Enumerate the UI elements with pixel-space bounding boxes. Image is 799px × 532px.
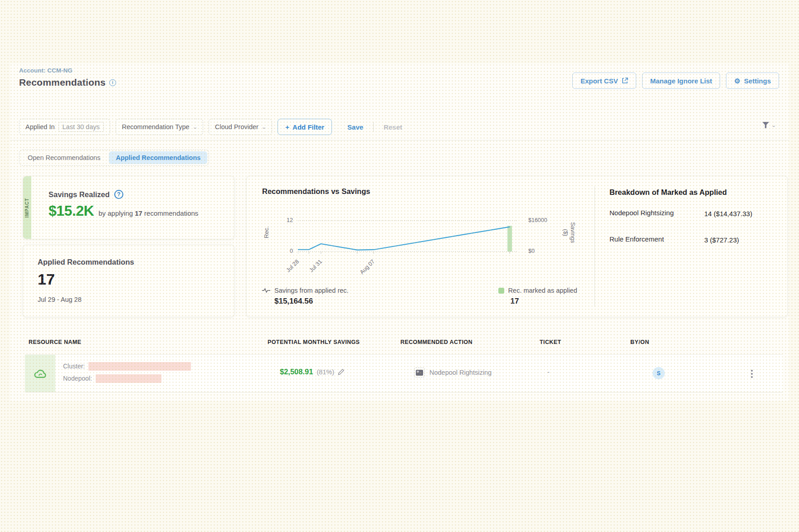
filter-cloud-provider[interactable]: Cloud Provider ⌄ — [209, 119, 272, 135]
action-label: Nodepool Rightsizing — [429, 369, 492, 376]
y-right-max-tick: $16000 — [528, 217, 547, 223]
savings-realized-title: Savings Realized — [49, 190, 110, 199]
page-title: Recommendations — [19, 77, 106, 88]
row-menu-button[interactable] — [747, 367, 757, 381]
cloud-icon — [34, 368, 47, 379]
legend-savings-value: $15,164.56 — [274, 297, 349, 306]
y-left-min-tick: 0 — [278, 248, 293, 254]
export-csv-label: Export CSV — [580, 77, 618, 85]
filter-panel-toggle[interactable]: ⌄ — [762, 121, 775, 129]
settings-label: Settings — [744, 77, 771, 85]
plus-icon: + — [285, 123, 289, 131]
edit-pencil-icon[interactable] — [338, 368, 345, 375]
cluster-label: Cluster: — [63, 363, 85, 370]
gear-icon: ⚙ — [734, 77, 740, 84]
vertical-divider — [594, 186, 595, 307]
potential-savings-cell: $2,508.91 (81%) — [280, 368, 345, 376]
y-left-axis-label: Rec. — [263, 226, 270, 238]
applied-in-value: Last 30 days — [58, 122, 104, 132]
legend-savings-label: Savings from applied rec. — [274, 287, 349, 294]
filter-recommendation-type[interactable]: Recommendation Type ⌄ — [116, 119, 203, 135]
divider — [373, 122, 374, 132]
recommendations-page: Account: CCM-NG Recommendations i Export… — [10, 63, 789, 401]
column-header-potential-monthly-savings: POTENTIAL MONTHLY SAVINGS — [268, 339, 360, 345]
breakdown-row-value: 14 ($14,437.33) — [704, 209, 763, 219]
savings-value: $2,508.91 — [280, 368, 313, 376]
nodepool-label: Nodepool: — [63, 375, 92, 382]
info-icon[interactable]: i — [109, 79, 116, 86]
legend-marked-value: 17 — [511, 297, 577, 306]
tab-applied-recommendations[interactable]: Applied Recommendations — [109, 151, 207, 164]
y-left-max-tick: 12 — [278, 217, 293, 223]
ticket-cell: - — [547, 368, 550, 376]
redacted-nodepool-name — [96, 374, 161, 383]
avatar[interactable]: S — [653, 367, 665, 379]
chart-legend: Savings from applied rec. $15,164.56 Rec… — [262, 287, 577, 306]
help-icon[interactable]: ? — [114, 190, 123, 199]
applied-date-range: Jul 29 - Aug 28 — [38, 296, 82, 303]
column-header-resource-name: RESOURCE NAME — [29, 339, 81, 345]
savings-description: by applying 17 recommendations — [98, 209, 198, 217]
y-right-axis-label: Savings ($) — [562, 222, 577, 243]
export-csv-button[interactable]: Export CSV — [572, 73, 636, 89]
account-breadcrumb[interactable]: Account: CCM-NG — [19, 67, 73, 74]
y-right-label-line2: ($) — [562, 222, 569, 243]
external-link-icon — [622, 77, 628, 84]
add-filter-button[interactable]: + Add Filter — [278, 119, 332, 135]
legend-savings: Savings from applied rec. $15,164.56 — [262, 287, 349, 306]
breakdown-row-label: Rule Enforcement — [609, 235, 664, 243]
reset-filter-button[interactable]: Reset — [384, 123, 402, 131]
savings-line-chart — [298, 220, 517, 255]
breakdown-row-label: Nodepool Rightsizing — [609, 209, 674, 217]
applied-in-label: Applied In — [25, 123, 55, 131]
column-header-ticket: TICKET — [540, 339, 561, 345]
chevron-down-icon: ⌄ — [192, 125, 198, 130]
desc-count: 17 — [135, 209, 142, 217]
impact-strip: IMPACT — [23, 176, 31, 239]
applied-card-title: Applied Recommendations — [38, 258, 134, 266]
add-filter-label: Add Filter — [292, 123, 324, 131]
tab-open-recommendations[interactable]: Open Recommendations — [21, 151, 107, 164]
table-row[interactable]: Cluster: Nodepool: $2,508.91 (81%) Nodep… — [25, 354, 783, 392]
cloud-provider-label: Cloud Provider — [215, 123, 258, 131]
breakdown-title: Breakdown of Marked as Applied — [609, 188, 727, 197]
applied-recommendations-card: Applied Recommendations 17 Jul 29 - Aug … — [23, 245, 234, 317]
redacted-cluster-name — [88, 362, 191, 371]
savings-realized-card: IMPACT Savings Realized ? $15.2K by appl… — [23, 176, 234, 239]
impact-label: IMPACT — [25, 198, 30, 218]
x-axis-tick-label: Aug 07 — [353, 258, 376, 281]
recommended-action-cell: Nodepool Rightsizing — [414, 368, 492, 377]
funnel-icon — [762, 121, 770, 129]
applied-count: 17 — [38, 271, 55, 288]
legend-marked-applied: Rec. marked as applied 17 — [498, 287, 577, 306]
savings-percent: (81%) — [317, 368, 334, 376]
x-axis-tick-label: Jul 28 — [277, 258, 300, 281]
pulse-line-icon — [262, 287, 270, 294]
filter-applied-in[interactable]: Applied In Last 30 days — [19, 119, 110, 135]
manage-ignore-list-button[interactable]: Manage Ignore List — [642, 73, 721, 89]
column-header-by-on: BY/ON — [630, 339, 649, 345]
chevron-down-icon: ⌄ — [261, 125, 267, 130]
chevron-down-icon: ⌄ — [771, 123, 776, 128]
chart-title: Recommendations vs Savings — [262, 187, 370, 196]
nodepool-rightsizing-icon — [414, 368, 425, 377]
resource-type-cell — [25, 355, 55, 392]
y-right-label-line1: Savings — [569, 222, 576, 243]
manage-ignore-list-label: Manage Ignore List — [650, 77, 712, 85]
column-header-recommended-action: RECOMMENDED ACTION — [400, 339, 473, 345]
desc-prefix: by applying — [98, 209, 133, 217]
recommendations-vs-savings-card: Recommendations vs Savings 12 0 Rec. $16… — [246, 176, 788, 317]
table-header-row: RESOURCE NAME POTENTIAL MONTHLY SAVINGS … — [10, 339, 789, 349]
recommendations-tabs: Open Recommendations Applied Recommendat… — [19, 150, 209, 166]
savings-amount: $15.2K — [49, 203, 94, 219]
resource-name-cell: Cluster: Nodepool: — [63, 361, 191, 386]
green-square-icon — [498, 288, 504, 294]
y-right-min-tick: $0 — [528, 248, 535, 254]
recommendation-type-label: Recommendation Type — [122, 123, 190, 131]
x-axis-tick-label: Jul 31 — [300, 258, 323, 281]
desc-suffix: recommendations — [144, 209, 198, 217]
legend-marked-label: Rec. marked as applied — [508, 287, 577, 294]
settings-button[interactable]: ⚙ Settings — [726, 73, 779, 89]
save-filter-button[interactable]: Save — [347, 123, 363, 131]
filter-bar: Applied In Last 30 days Recommendation T… — [10, 114, 789, 140]
